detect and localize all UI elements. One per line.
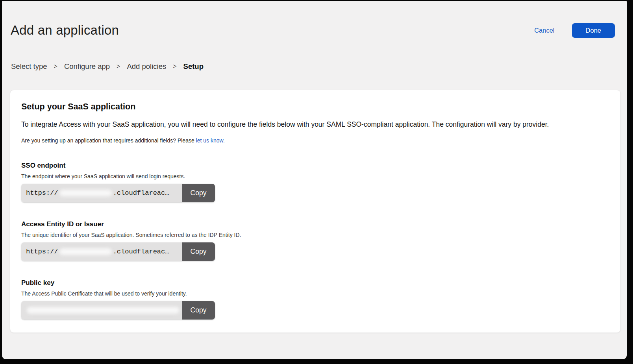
access-entity-id-label: Access Entity ID or Issuer — [21, 220, 602, 228]
sso-endpoint-copy-button[interactable]: Copy — [182, 184, 215, 202]
public-key-value-row: Copy — [21, 301, 215, 320]
breadcrumb-step-select-type[interactable]: Select type — [11, 62, 47, 71]
cancel-button[interactable]: Cancel — [534, 27, 554, 34]
access-entity-id-value-row: https:// .cloudflareac… Copy — [21, 242, 215, 261]
note-text: Are you setting up an application that r… — [21, 137, 196, 144]
header-actions: Cancel Done — [534, 23, 615, 38]
sso-endpoint-value: https:// .cloudflareac… — [21, 184, 182, 202]
sso-endpoint-value-row: https:// .cloudflareac… Copy — [21, 184, 215, 202]
breadcrumb-separator: > — [173, 63, 176, 70]
done-button[interactable]: Done — [572, 23, 615, 38]
sso-endpoint-label: SSO endpoint — [21, 162, 602, 170]
access-entity-id-field: Access Entity ID or Issuer The unique id… — [21, 220, 602, 261]
setup-card: Setup your SaaS application To integrate… — [10, 90, 621, 333]
breadcrumb: Select type > Configure app > Add polici… — [11, 62, 627, 71]
breadcrumb-step-add-policies[interactable]: Add policies — [127, 62, 166, 71]
public-key-description: The Access Public Certificate that will … — [21, 290, 602, 297]
access-entity-id-value-suffix: .cloudflareac… — [113, 248, 169, 255]
public-key-copy-button[interactable]: Copy — [182, 301, 215, 320]
breadcrumb-separator: > — [117, 63, 120, 70]
public-key-value — [21, 301, 182, 320]
page-title: Add an application — [11, 23, 119, 38]
sso-endpoint-description: The endpoint where your SaaS application… — [21, 173, 602, 179]
additional-fields-note: Are you setting up an application that r… — [21, 137, 602, 144]
public-key-redacted-segment — [27, 307, 180, 314]
sso-endpoint-value-prefix: https:// — [26, 189, 58, 197]
sso-endpoint-value-suffix: .cloudflareac… — [113, 189, 169, 197]
sso-endpoint-redacted-segment — [59, 190, 112, 196]
card-heading: Setup your SaaS application — [21, 102, 602, 112]
breadcrumb-separator: > — [54, 63, 57, 70]
breadcrumb-step-setup: Setup — [183, 62, 204, 71]
sso-endpoint-field: SSO endpoint The endpoint where your Saa… — [21, 162, 602, 202]
card-intro-text: To integrate Access with your SaaS appli… — [21, 120, 602, 129]
page-header: Add an application Cancel Done — [2, 1, 627, 38]
access-entity-id-value: https:// .cloudflareac… — [21, 242, 182, 261]
access-entity-id-description: The unique identifier of your SaaS appli… — [21, 232, 602, 238]
public-key-field: Public key The Access Public Certificate… — [21, 279, 602, 320]
access-entity-id-value-prefix: https:// — [26, 248, 58, 255]
public-key-label: Public key — [21, 279, 602, 287]
access-entity-id-copy-button[interactable]: Copy — [182, 242, 215, 261]
app-window: Add an application Cancel Done Select ty… — [2, 1, 627, 359]
let-us-know-link[interactable]: let us know. — [196, 137, 225, 144]
access-entity-id-redacted-segment — [59, 248, 112, 255]
breadcrumb-step-configure-app[interactable]: Configure app — [64, 62, 110, 71]
